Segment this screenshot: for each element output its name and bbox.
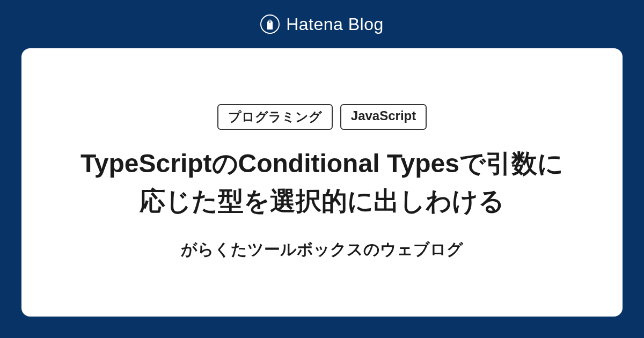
tag-item[interactable]: JavaScript bbox=[340, 104, 427, 130]
tag-item[interactable]: プログラミング bbox=[217, 104, 333, 130]
article-card: プログラミング JavaScript TypeScriptのConditiona… bbox=[21, 48, 623, 317]
hatena-logo-icon bbox=[260, 14, 280, 34]
svg-rect-0 bbox=[267, 28, 273, 30]
tag-list: プログラミング JavaScript bbox=[217, 104, 427, 130]
brand-name: Hatena Blog bbox=[286, 14, 384, 34]
pen-icon bbox=[265, 18, 275, 30]
site-header: Hatena Blog bbox=[0, 0, 644, 48]
blog-name: がらくたツールボックスのウェブログ bbox=[181, 239, 463, 261]
article-title: TypeScriptのConditional Typesで引数に応じた型を選択的… bbox=[80, 145, 564, 219]
